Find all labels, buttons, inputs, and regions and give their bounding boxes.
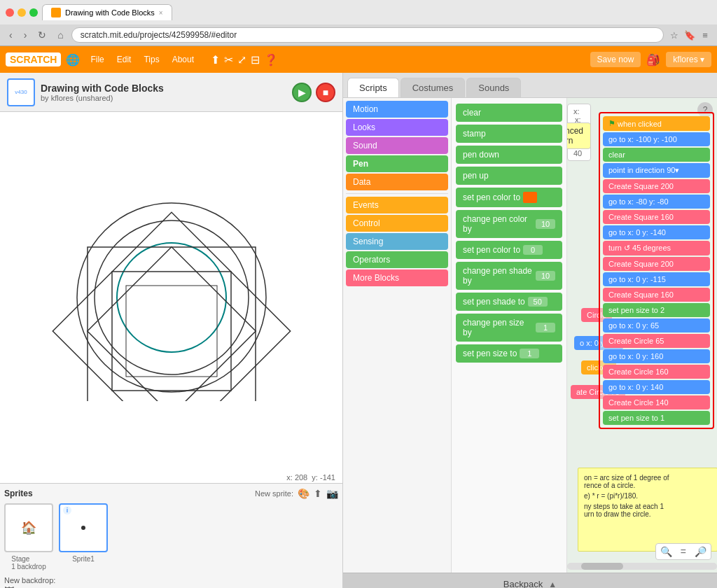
- menu-icon[interactable]: ≡: [699, 29, 711, 41]
- upload-icon[interactable]: ⬆: [211, 53, 220, 66]
- create-square-200-2-block[interactable]: Create Square 200: [603, 257, 710, 271]
- set-pen-size-1-block[interactable]: set pen size to 1: [603, 411, 710, 425]
- sticky-note-bottom: on = arc size of 1 degree of rence of a …: [578, 468, 717, 552]
- minimize-window-button[interactable]: [18, 8, 26, 17]
- stamp-block[interactable]: stamp: [456, 125, 562, 143]
- set-pen-size-input[interactable]: [520, 349, 539, 358]
- nav-tips[interactable]: Tips: [138, 52, 165, 67]
- refresh-button[interactable]: ↻: [34, 28, 50, 42]
- set-pen-shade-input[interactable]: [528, 297, 548, 307]
- tab-close-button[interactable]: ×: [159, 9, 163, 17]
- zoom-equal-button[interactable]: =: [678, 545, 689, 558]
- category-looks[interactable]: Looks: [346, 119, 448, 136]
- goto-0-115-block[interactable]: go to x: 0 y: -115: [603, 272, 710, 286]
- zoom-out-button[interactable]: 🔍: [657, 545, 675, 558]
- h-scrollbar-thumb[interactable]: [581, 563, 623, 570]
- scratch-logo[interactable]: SCRATCH: [6, 52, 61, 66]
- green-flag-button[interactable]: ▶: [292, 83, 312, 102]
- create-square-160-2-block[interactable]: Create Square 160: [603, 288, 710, 302]
- create-circle-140-block[interactable]: Create Circle 140: [603, 396, 710, 410]
- project-author: by kflores (unshared): [41, 94, 286, 102]
- goto-80-block[interactable]: go to x: -80 y: -80: [603, 195, 710, 209]
- h-scrollbar[interactable]: [567, 563, 717, 570]
- save-now-button[interactable]: Save now: [590, 52, 641, 67]
- globe-icon[interactable]: 🌐: [67, 53, 79, 66]
- clear-block[interactable]: clear: [456, 104, 562, 122]
- back-button[interactable]: ‹: [6, 28, 16, 42]
- sprite-info-button[interactable]: i: [63, 506, 71, 514]
- change-pen-shade-input[interactable]: [536, 271, 555, 281]
- goto-0-160-block[interactable]: go to x: 0 y: 160: [603, 349, 710, 363]
- backpack-bar[interactable]: Backpack ▲: [343, 573, 717, 588]
- home-button[interactable]: ⌂: [54, 28, 67, 42]
- nav-file[interactable]: File: [85, 52, 109, 67]
- stop-button[interactable]: ■: [316, 83, 335, 102]
- fullscreen-icon[interactable]: ⤢: [237, 53, 246, 66]
- camera-sprite-button[interactable]: 📷: [326, 488, 338, 499]
- category-operators[interactable]: Operators: [346, 251, 448, 268]
- pen-blocks-area: clear stamp pen down pen up set pen colo…: [452, 98, 567, 573]
- create-circle-65-block[interactable]: Create Circle 65: [603, 334, 710, 348]
- pen-up-block[interactable]: pen up: [456, 167, 562, 185]
- set-pen-color-to-block[interactable]: set pen color to: [456, 241, 562, 259]
- scratch-nav: File Edit Tips About: [85, 52, 200, 67]
- pen-down-block[interactable]: pen down: [456, 146, 562, 164]
- backpack-icon: 🎒: [646, 53, 660, 66]
- stage-label: Stage 1 backdrop: [11, 555, 46, 570]
- maximize-window-button[interactable]: [29, 8, 38, 17]
- svg-rect-3: [53, 212, 290, 401]
- when-clicked-block[interactable]: ⚑ when clicked: [603, 116, 710, 131]
- tab-sounds[interactable]: Sounds: [466, 78, 521, 97]
- category-events[interactable]: Events: [346, 197, 448, 214]
- coord-y: -141: [320, 473, 335, 482]
- upload-sprite-button[interactable]: ⬆: [314, 488, 322, 499]
- stage-item[interactable]: 🏠: [4, 503, 53, 552]
- star-icon[interactable]: ☆: [668, 29, 681, 41]
- sticky-line5: urn to draw the circle.: [584, 510, 711, 518]
- help-header-icon[interactable]: ❓: [264, 53, 278, 66]
- collapse-icon[interactable]: ⊟: [251, 53, 260, 66]
- set-pen-color-block[interactable]: set pen color to: [456, 188, 562, 207]
- set-pen-shade-block[interactable]: set pen shade to: [456, 293, 562, 311]
- category-sound[interactable]: Sound: [346, 137, 448, 154]
- change-pen-size-block[interactable]: change pen size by: [456, 314, 562, 342]
- tab-scripts[interactable]: Scripts: [347, 78, 399, 97]
- close-window-button[interactable]: [6, 8, 14, 17]
- address-bar[interactable]: [71, 27, 664, 43]
- goto-0-140-2-block[interactable]: go to x: 0 y: 140: [603, 380, 710, 394]
- user-menu-button[interactable]: kflores ▾: [666, 52, 711, 67]
- turn-45-block[interactable]: turn ↺ 45 degrees: [603, 241, 710, 255]
- goto-100-block[interactable]: go to x: -100 y: -100: [603, 132, 710, 146]
- create-circle-160-block[interactable]: Create Circle 160: [603, 365, 710, 379]
- zoom-in-button[interactable]: 🔎: [692, 545, 709, 558]
- category-pen[interactable]: Pen: [346, 155, 448, 172]
- goto-0-65-block[interactable]: go to x: 0 y: 65: [603, 318, 710, 332]
- category-sensing[interactable]: Sensing: [346, 233, 448, 250]
- create-square-200-block[interactable]: Create Square 200: [603, 179, 710, 193]
- nav-about[interactable]: About: [167, 52, 200, 67]
- set-pen-size-block[interactable]: set pen size to: [456, 344, 562, 363]
- scissors-icon[interactable]: ✂: [224, 53, 233, 66]
- change-pen-color-input[interactable]: [536, 219, 555, 229]
- clear-code-block[interactable]: clear: [603, 148, 710, 162]
- point-direction-block[interactable]: point in direction 90▾: [603, 163, 710, 178]
- project-title[interactable]: Drawing with Code Blocks: [41, 83, 286, 94]
- paint-new-sprite-button[interactable]: 🎨: [298, 488, 309, 499]
- browser-tab[interactable]: Drawing with Code Blocks ×: [42, 4, 172, 20]
- goto-0-140-block[interactable]: go to x: 0 y: -140: [603, 225, 710, 239]
- bookmark-icon[interactable]: 🔖: [683, 29, 696, 41]
- category-motion[interactable]: Motion: [346, 101, 448, 118]
- category-control[interactable]: Control: [346, 215, 448, 232]
- change-pen-color-block[interactable]: change pen color by: [456, 210, 562, 238]
- change-pen-size-input[interactable]: [536, 323, 555, 332]
- set-pen-size-2-block[interactable]: set pen size to 2: [603, 303, 710, 317]
- category-data[interactable]: Data: [346, 174, 448, 190]
- nav-edit[interactable]: Edit: [111, 52, 137, 67]
- forward-button[interactable]: ›: [20, 28, 31, 42]
- create-square-160-block[interactable]: Create Square 160: [603, 210, 710, 224]
- sprite1-item[interactable]: i: [59, 503, 108, 552]
- set-pen-color-input[interactable]: [523, 245, 543, 255]
- category-more-blocks[interactable]: More Blocks: [346, 270, 448, 286]
- change-pen-shade-block[interactable]: change pen shade by: [456, 262, 562, 290]
- tab-costumes[interactable]: Costumes: [401, 78, 466, 97]
